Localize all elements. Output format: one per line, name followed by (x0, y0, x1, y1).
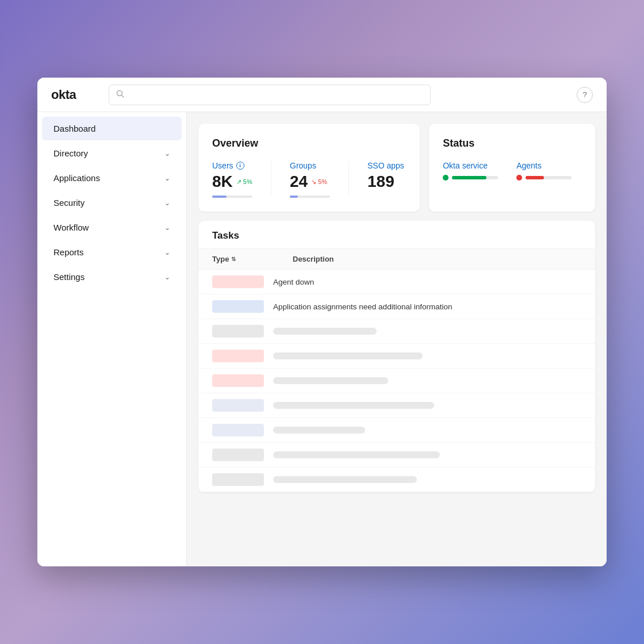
okta-indicator (443, 175, 498, 181)
tasks-header: Tasks (198, 221, 595, 249)
table-row (198, 418, 595, 443)
sso-label: SSO apps (367, 161, 404, 170)
logo: okta (51, 87, 97, 102)
users-bar-fill (212, 195, 227, 198)
status-title: Status (443, 137, 581, 150)
groups-trend: ↘ 5% (311, 178, 327, 186)
okta-service-label: Okta service (443, 161, 498, 170)
task-description: Agent down (273, 278, 314, 286)
body: Dashboard Directory ⌄ Applications ⌄ Sec… (37, 112, 607, 566)
type-badge (212, 275, 264, 288)
task-placeholder (273, 402, 434, 409)
table-row (198, 369, 595, 393)
sidebar-item-label: Settings (53, 272, 85, 282)
chevron-down-icon: ⌄ (164, 199, 170, 207)
okta-bar-fill (452, 176, 486, 179)
search-icon (116, 90, 124, 99)
table-row: Agent down (198, 270, 595, 294)
groups-label: Groups (290, 161, 330, 170)
top-row: Overview Users i 8K ↗ 5% (198, 124, 595, 212)
sidebar-item-reports[interactable]: Reports ⌄ (42, 240, 182, 264)
agents-bar (526, 176, 572, 179)
okta-bar (452, 176, 498, 179)
type-badge (212, 448, 264, 461)
sidebar-item-security[interactable]: Security ⌄ (42, 191, 182, 214)
search-input[interactable] (129, 90, 423, 99)
main-content: Overview Users i 8K ↗ 5% (187, 112, 607, 566)
sidebar-item-label: Workflow (53, 223, 89, 232)
overview-title: Overview (212, 137, 406, 150)
agents-label: Agents (516, 161, 572, 170)
tasks-card: Tasks Type ⇅ Description Agent down (198, 221, 595, 492)
chevron-down-icon: ⌄ (164, 150, 170, 158)
divider (271, 161, 271, 195)
task-placeholder (273, 352, 423, 359)
svg-line-1 (122, 95, 124, 98)
tasks-title: Tasks (212, 230, 581, 241)
sidebar-item-label: Applications (53, 173, 100, 183)
table-row (198, 319, 595, 344)
help-icon: ? (582, 90, 586, 99)
chevron-down-icon: ⌄ (164, 248, 170, 256)
type-badge (212, 424, 264, 436)
groups-value: 24 ↘ 5% (290, 172, 330, 191)
table-row (198, 393, 595, 418)
status-agents: Agents (516, 161, 572, 181)
sidebar-item-label: Reports (53, 247, 84, 257)
divider (348, 161, 349, 195)
sidebar-item-label: Directory (53, 148, 88, 158)
tasks-table: Type ⇅ Description Agent down Applicatio… (198, 249, 595, 492)
task-placeholder (273, 476, 417, 483)
type-badge (212, 300, 264, 313)
metric-sso: SSO apps 189 (367, 161, 404, 191)
sidebar-item-settings[interactable]: Settings ⌄ (42, 265, 182, 289)
table-row (198, 344, 595, 369)
chevron-down-icon: ⌄ (164, 273, 170, 281)
status-okta: Okta service (443, 161, 498, 181)
overview-card: Overview Users i 8K ↗ 5% (198, 124, 420, 212)
groups-bar (290, 195, 330, 198)
status-card: Status Okta service Ag (429, 124, 595, 212)
tasks-col-header: Type ⇅ Description (198, 249, 595, 270)
task-placeholder (273, 328, 377, 335)
agents-indicator (516, 175, 572, 181)
sidebar-item-applications[interactable]: Applications ⌄ (42, 166, 182, 190)
table-row: Application assignments need additional … (198, 294, 595, 319)
groups-bar-fill (290, 195, 298, 198)
sidebar-item-label: Dashboard (53, 124, 95, 133)
type-badge (212, 473, 264, 486)
app-window: okta ? Dashboard Directory ⌄ (37, 78, 607, 566)
metrics-row: Users i 8K ↗ 5% (212, 161, 406, 198)
search-bar[interactable] (109, 85, 431, 105)
col-desc-header: Description (293, 255, 334, 263)
agents-bar-fill (526, 176, 544, 179)
status-row: Okta service Agents (443, 161, 581, 181)
col-type-header: Type ⇅ (212, 255, 293, 263)
task-placeholder (273, 377, 388, 384)
chevron-down-icon: ⌄ (164, 224, 170, 232)
users-bar (212, 195, 252, 198)
sidebar-item-label: Security (53, 198, 85, 208)
metric-groups: Groups 24 ↘ 5% (290, 161, 330, 198)
type-badge (212, 350, 264, 362)
sidebar: Dashboard Directory ⌄ Applications ⌄ Sec… (37, 112, 187, 566)
table-row (198, 467, 595, 492)
task-placeholder (273, 451, 440, 458)
users-trend: ↗ 5% (236, 178, 252, 186)
metric-users: Users i 8K ↗ 5% (212, 161, 252, 198)
sort-icon[interactable]: ⇅ (231, 256, 236, 262)
help-button[interactable]: ? (577, 87, 593, 103)
sidebar-item-directory[interactable]: Directory ⌄ (42, 141, 182, 165)
table-row (198, 443, 595, 467)
sidebar-item-workflow[interactable]: Workflow ⌄ (42, 216, 182, 239)
task-description: Application assignments need additional … (273, 302, 452, 311)
info-icon: i (236, 162, 244, 170)
header: okta ? (37, 78, 607, 112)
users-value: 8K ↗ 5% (212, 172, 252, 191)
task-placeholder (273, 427, 365, 434)
sidebar-item-dashboard[interactable]: Dashboard (42, 117, 182, 140)
users-label: Users i (212, 161, 252, 170)
type-badge (212, 399, 264, 412)
type-badge (212, 325, 264, 338)
green-dot (443, 175, 448, 181)
